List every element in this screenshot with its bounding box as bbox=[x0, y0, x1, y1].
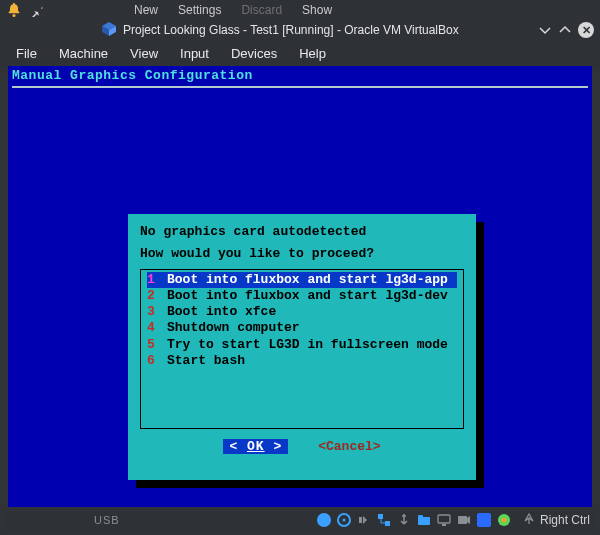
menu-input[interactable]: Input bbox=[180, 46, 209, 61]
audio-icon[interactable] bbox=[356, 512, 372, 528]
ok-button[interactable]: < OK > bbox=[223, 439, 288, 454]
menubar: File Machine View Input Devices Help bbox=[0, 40, 600, 69]
svg-rect-8 bbox=[385, 521, 390, 526]
svg-rect-7 bbox=[378, 514, 383, 519]
option-row-5[interactable]: 5Try to start LG3D in fullscreen mode bbox=[147, 337, 457, 353]
option-label: Boot into fluxbox and start lg3d-app bbox=[167, 272, 448, 288]
option-label: Boot into xfce bbox=[167, 304, 276, 320]
pin-icon[interactable] bbox=[30, 3, 44, 17]
mini-menu-show[interactable]: Show bbox=[302, 3, 332, 17]
menu-file[interactable]: File bbox=[16, 46, 37, 61]
virtualization-icon[interactable] bbox=[476, 512, 492, 528]
minimize-icon[interactable] bbox=[538, 23, 552, 37]
menu-machine[interactable]: Machine bbox=[59, 46, 108, 61]
usb-icon[interactable] bbox=[396, 512, 412, 528]
svg-rect-10 bbox=[418, 515, 423, 518]
svg-rect-11 bbox=[438, 515, 450, 523]
mini-menu-new[interactable]: New bbox=[134, 3, 158, 17]
guest-additions-icon[interactable] bbox=[496, 512, 512, 528]
svg-point-5 bbox=[342, 519, 345, 522]
option-number: 4 bbox=[147, 320, 157, 336]
hard-disk-icon[interactable] bbox=[316, 512, 332, 528]
host-key-label: Right Ctrl bbox=[540, 513, 590, 527]
option-number: 1 bbox=[147, 272, 157, 288]
svg-rect-12 bbox=[442, 524, 446, 526]
cancel-button[interactable]: <Cancel> bbox=[318, 439, 380, 454]
shared-folder-icon[interactable] bbox=[416, 512, 432, 528]
host-key-icon[interactable] bbox=[522, 512, 536, 529]
option-number: 5 bbox=[147, 337, 157, 353]
option-number: 3 bbox=[147, 304, 157, 320]
option-row-2[interactable]: 2Boot into fluxbox and start lg3d-dev bbox=[147, 288, 457, 304]
mini-menu-discard: Discard bbox=[241, 3, 282, 17]
config-dialog: No graphics card autodetected How would … bbox=[128, 214, 476, 480]
options-list[interactable]: 1Boot into fluxbox and start lg3d-app2Bo… bbox=[140, 269, 464, 429]
mini-menu-settings[interactable]: Settings bbox=[178, 3, 221, 17]
optical-disc-icon[interactable] bbox=[336, 512, 352, 528]
dialog-message-line1: No graphics card autodetected bbox=[140, 224, 464, 240]
maximize-icon[interactable] bbox=[558, 23, 572, 37]
console-title: Manual Graphics Configuration bbox=[12, 68, 253, 83]
svg-rect-13 bbox=[458, 516, 467, 524]
option-label: Boot into fluxbox and start lg3d-dev bbox=[167, 288, 448, 304]
svg-point-0 bbox=[13, 14, 16, 17]
bell-icon[interactable] bbox=[6, 2, 22, 18]
option-row-4[interactable]: 4Shutdown computer bbox=[147, 320, 457, 336]
console-divider bbox=[12, 86, 588, 88]
svg-rect-6 bbox=[359, 517, 362, 523]
window-title: Project Looking Glass - Test1 [Running] … bbox=[123, 23, 459, 37]
usb-panel-label: USB bbox=[94, 514, 120, 526]
menu-devices[interactable]: Devices bbox=[231, 46, 277, 61]
svg-point-15 bbox=[501, 518, 506, 523]
network-icon[interactable] bbox=[376, 512, 392, 528]
option-row-3[interactable]: 3Boot into xfce bbox=[147, 304, 457, 320]
svg-rect-9 bbox=[418, 517, 430, 525]
menu-help[interactable]: Help bbox=[299, 46, 326, 61]
option-row-6[interactable]: 6Start bash bbox=[147, 353, 457, 369]
option-label: Start bash bbox=[167, 353, 245, 369]
virtualbox-cube-icon bbox=[101, 21, 117, 40]
recording-icon[interactable] bbox=[456, 512, 472, 528]
display-icon[interactable] bbox=[436, 512, 452, 528]
close-icon[interactable]: ✕ bbox=[578, 22, 594, 38]
statusbar: USB Right Ctrl bbox=[4, 509, 596, 531]
menu-view[interactable]: View bbox=[130, 46, 158, 61]
option-number: 6 bbox=[147, 353, 157, 369]
guest-display[interactable]: Manual Graphics Configuration No graphic… bbox=[8, 66, 592, 507]
option-number: 2 bbox=[147, 288, 157, 304]
dialog-message-line2: How would you like to proceed? bbox=[140, 246, 464, 262]
option-label: Shutdown computer bbox=[167, 320, 300, 336]
option-row-1[interactable]: 1Boot into fluxbox and start lg3d-app bbox=[147, 272, 457, 288]
option-label: Try to start LG3D in fullscreen mode bbox=[167, 337, 448, 353]
